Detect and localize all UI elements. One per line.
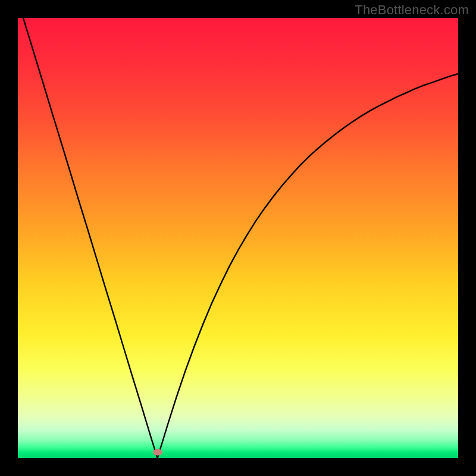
watermark-text: TheBottleneck.com [355, 2, 469, 18]
bottleneck-curve [18, 18, 458, 458]
min-marker [153, 449, 162, 455]
curve-layer [18, 18, 458, 458]
plot-area [18, 18, 458, 458]
chart-stage: TheBottleneck.com [0, 0, 476, 476]
